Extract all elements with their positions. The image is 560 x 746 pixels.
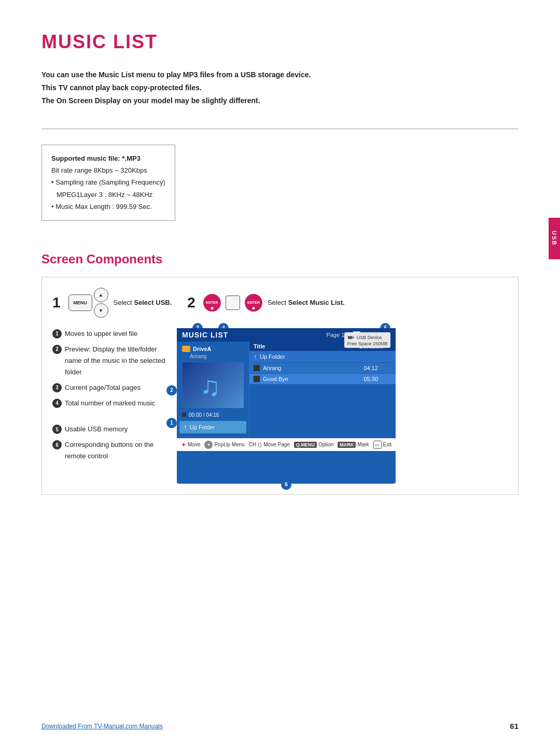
section-divider bbox=[41, 129, 519, 129]
popup-label: PopUp Menu bbox=[214, 442, 244, 447]
list-item-3: 3 Current page/Total pages bbox=[52, 382, 166, 393]
list-text-3: Current page/Total pages bbox=[65, 382, 141, 393]
step1-remote: MENU ▲ ▼ bbox=[68, 288, 108, 318]
num-badge-2: 2 bbox=[52, 345, 62, 354]
up-folder-label: Up Folder bbox=[190, 424, 215, 430]
list-text-2: Preview: Display the title/folder name o… bbox=[65, 344, 166, 378]
drive-folder: DriveA bbox=[179, 344, 246, 354]
side-tab-label: USB bbox=[551, 231, 557, 246]
tv-left-col: DriveA Arirang 2 ♫ bbox=[177, 342, 249, 438]
info-box: Supported music file: *.MP3 Bit rate ran… bbox=[41, 145, 175, 221]
qmenu-nav: Q.MENU Option bbox=[294, 442, 333, 448]
preview-container: 2 ♫ 00:00 / 04:16 bbox=[179, 362, 246, 419]
numbered-list: 1 Moves to upper level file 2 Preview: D… bbox=[52, 328, 166, 484]
enter-label-2: ENTER bbox=[247, 301, 260, 304]
list-item-2: 2 Preview: Display the title/folder name… bbox=[52, 344, 166, 378]
callout-2: 2 bbox=[166, 385, 177, 396]
file-check-arirang bbox=[254, 365, 260, 371]
play-indicator bbox=[182, 413, 186, 417]
up-arrow-icon: ↑ bbox=[184, 423, 187, 431]
info-bullet1b: MPEG1Layer 3 : 8KHz ~ 48KHz bbox=[51, 189, 165, 201]
music-note-icon: ♫ bbox=[198, 370, 229, 401]
enter-button-1[interactable]: ENTER bbox=[203, 294, 221, 312]
svg-rect-1 bbox=[352, 336, 354, 339]
folder-name: DriveA bbox=[193, 346, 211, 352]
svg-text:♫: ♫ bbox=[200, 371, 220, 401]
ch-nav: CH ⟨⟩ Move Page bbox=[249, 442, 290, 447]
footer-link[interactable]: Downloaded From TV-Manual.com Manuals bbox=[41, 723, 163, 730]
usb-device-label: USB Device bbox=[357, 335, 382, 340]
num-badge-3: 3 bbox=[52, 383, 62, 392]
up-folder-container: 1 ↑ Up Folder bbox=[179, 421, 246, 433]
option-label: Option bbox=[318, 442, 333, 447]
enter-dot-2 bbox=[252, 307, 255, 309]
popup-icon[interactable]: ● bbox=[204, 441, 213, 449]
section-title: Screen Components bbox=[41, 252, 519, 266]
enter-label: ENTER bbox=[206, 301, 218, 304]
move-nav: ✦ Move bbox=[181, 441, 200, 448]
num-badge-1: 1 bbox=[52, 329, 62, 339]
up-folder-row: ↑ Up Folder bbox=[179, 421, 246, 433]
folder-icon bbox=[182, 346, 190, 352]
intro-line2: This TV cannot play back copy-protected … bbox=[41, 81, 519, 94]
list-item-5: 5 Usable USB memory bbox=[52, 424, 166, 435]
tv-screen-wrapper: 3 4 5 MUSIC LIST Page 1/1 ✓ No Marked bbox=[177, 328, 396, 484]
intro-line3: The On Screen Display on your model may … bbox=[41, 94, 519, 107]
nav-up-btn[interactable]: ▲ bbox=[94, 288, 108, 302]
list-item-6: 6 Corresponding buttons on the remote co… bbox=[52, 439, 166, 462]
step1-label: Select Select USB. bbox=[114, 299, 172, 306]
intro-section: You can use the Music List menu to play … bbox=[41, 68, 519, 108]
file-item-arirang[interactable]: Arirang 04:12 bbox=[249, 363, 396, 374]
mark-label: Mark bbox=[357, 442, 369, 447]
exit-label: Exit bbox=[383, 442, 392, 447]
tv-columns: DriveA Arirang 2 ♫ bbox=[177, 342, 396, 438]
callout-1: 1 bbox=[166, 418, 177, 428]
move-label: Move bbox=[188, 442, 200, 447]
demo-container: 1 MENU ▲ ▼ Select Select USB. 2 bbox=[41, 277, 519, 495]
list-text-6: Corresponding buttons on the remote cont… bbox=[65, 439, 166, 462]
exit-btn[interactable]: ▭ Exit bbox=[373, 441, 392, 449]
tv-title: MUSIC LIST bbox=[182, 331, 228, 339]
file-item-empty2 bbox=[249, 399, 396, 414]
enter-button-2[interactable]: ENTER bbox=[245, 294, 262, 312]
info-bullet1: • Sampling rate (Sampling Frequency) bbox=[51, 176, 165, 188]
qmenu-tag[interactable]: Q.MENU bbox=[294, 442, 317, 448]
file-name-upfolder: Up Folder bbox=[260, 354, 350, 360]
list-text-4: Total number of marked music bbox=[65, 398, 155, 409]
preview-box: ♫ bbox=[182, 362, 244, 409]
square-button[interactable] bbox=[226, 295, 240, 310]
move-arrows: ✦ bbox=[181, 441, 186, 448]
preview-time: 00:00 / 04:16 bbox=[179, 411, 246, 419]
step1-block: 1 MENU ▲ ▼ Select Select USB. bbox=[52, 288, 172, 318]
file-dur-goodbye: 05:30 bbox=[350, 376, 391, 382]
tv-bottom-bar: ✦ Move ● PopUp Menu CH ⟨⟩ Move Page bbox=[177, 438, 396, 451]
mark-nav: MARK Mark bbox=[338, 442, 369, 448]
step2-number: 2 bbox=[187, 294, 195, 311]
list-text-1: Moves to upper level file bbox=[65, 328, 137, 340]
ch-label: CH bbox=[249, 442, 256, 447]
badge-6: 6 bbox=[281, 480, 291, 490]
tv-screen: MUSIC LIST Page 1/1 ✓ No Marked bbox=[177, 328, 396, 484]
step2-remote: ENTER ENTER bbox=[203, 294, 262, 312]
usb-side-tab: USB bbox=[549, 218, 560, 259]
up-folder-arrow: ↑ bbox=[254, 353, 257, 360]
demo-main: 1 Moves to upper level file 2 Preview: D… bbox=[52, 328, 508, 484]
file-check-goodbye bbox=[254, 376, 260, 382]
page-footer: Downloaded From TV-Manual.com Manuals 61 bbox=[41, 722, 519, 730]
intro-line1: You can use the Music List menu to play … bbox=[41, 68, 519, 81]
mark-tag[interactable]: MARK bbox=[338, 442, 356, 448]
file-dur-arirang: 04:12 bbox=[350, 365, 391, 371]
info-box-title: Supported music file: *.MP3 bbox=[51, 152, 165, 164]
move-page-label: Move Page bbox=[263, 442, 290, 447]
nav-down-btn[interactable]: ▼ bbox=[94, 303, 108, 318]
file-name-goodbye: Good Bye bbox=[263, 376, 350, 382]
step2-block: 2 ENTER ENTER Select Select Music List. bbox=[187, 294, 344, 312]
file-item-upfolder[interactable]: ↑ Up Folder bbox=[249, 351, 396, 363]
usb-icon bbox=[347, 334, 355, 341]
file-item-empty3 bbox=[249, 414, 396, 428]
file-item-goodbye[interactable]: Good Bye 05:30 bbox=[249, 374, 396, 385]
menu-button[interactable]: MENU bbox=[68, 294, 92, 311]
list-item-1: 1 Moves to upper level file bbox=[52, 328, 166, 340]
exit-icon: ▭ bbox=[373, 441, 382, 449]
list-item-4: 4 Total number of marked music bbox=[52, 398, 166, 409]
